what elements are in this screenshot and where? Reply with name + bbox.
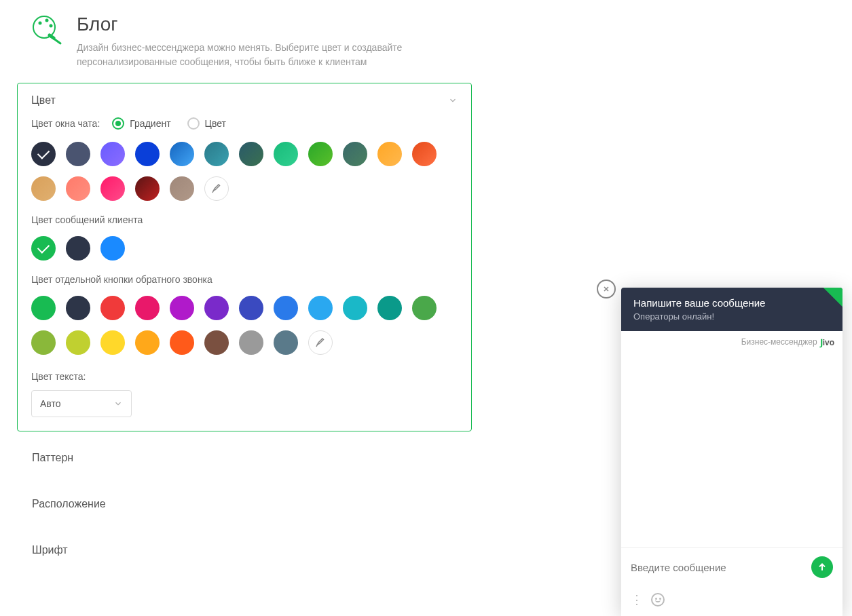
emoji-icon[interactable]: [651, 593, 665, 607]
gradient-swatch[interactable]: [204, 142, 229, 166]
gradient-swatch[interactable]: [100, 176, 125, 201]
callback-color-swatches: [31, 296, 458, 355]
section-color-header[interactable]: Цвет: [18, 83, 471, 117]
chat-brand[interactable]: Бизнес-мессенджер ivo: [621, 331, 842, 352]
chat-brand-logo: ivo: [820, 335, 834, 348]
chat-brand-prefix: Бизнес-мессенджер: [741, 337, 817, 347]
chat-input-row: [621, 547, 842, 586]
section-color-title: Цвет: [31, 94, 56, 107]
header-text: Блог Дизайн бизнес-мессенджера можно мен…: [77, 14, 430, 69]
section-position-header[interactable]: Расположение: [17, 484, 472, 524]
text-color-value: Авто: [40, 398, 61, 409]
svg-point-3: [50, 24, 53, 28]
callback-color-swatch[interactable]: [100, 296, 125, 320]
gradient-swatch[interactable]: [274, 142, 298, 166]
callback-color-swatch[interactable]: [66, 296, 90, 320]
gradient-swatch[interactable]: [31, 142, 56, 166]
gradient-swatch[interactable]: [377, 142, 402, 166]
callback-color-swatch[interactable]: [239, 296, 263, 320]
close-icon: [602, 285, 610, 293]
gradient-picker[interactable]: [204, 176, 229, 201]
section-font: Шрифт: [17, 531, 472, 570]
section-pattern-header[interactable]: Паттерн: [17, 438, 472, 478]
window-color-label: Цвет окна чата:: [31, 118, 100, 129]
section-pattern: Паттерн: [17, 438, 472, 478]
color-mode-radio-group: Градиент Цвет: [112, 117, 226, 130]
gradient-swatch[interactable]: [135, 176, 160, 201]
callback-color-swatch[interactable]: [135, 330, 160, 355]
gradient-swatch[interactable]: [135, 142, 160, 166]
section-font-header[interactable]: Шрифт: [17, 531, 472, 570]
client-color-swatch[interactable]: [66, 236, 90, 261]
callback-color-swatch[interactable]: [170, 330, 194, 355]
callback-color-swatch[interactable]: [135, 296, 160, 320]
callback-color-swatch[interactable]: [31, 296, 56, 320]
callback-color-swatch[interactable]: [31, 330, 56, 355]
chevron-down-icon: [448, 96, 458, 105]
gradient-swatch[interactable]: [343, 142, 367, 166]
gradient-swatch[interactable]: [66, 176, 90, 201]
callback-color-swatch[interactable]: [239, 330, 263, 355]
client-msg-color-label: Цвет сообщений клиента: [31, 214, 458, 225]
chat-send-button[interactable]: [811, 556, 833, 578]
gradient-swatch[interactable]: [239, 142, 263, 166]
radio-color[interactable]: Цвет: [187, 117, 226, 130]
section-pattern-title: Паттерн: [32, 452, 73, 464]
callback-color-swatch[interactable]: [377, 296, 402, 320]
chat-close-button[interactable]: [597, 280, 616, 299]
gradient-swatches: [31, 142, 458, 201]
callback-color-swatch[interactable]: [66, 330, 90, 355]
more-icon[interactable]: ⋮: [631, 594, 643, 606]
text-color-label: Цвет текста:: [31, 371, 458, 382]
gradient-swatch[interactable]: [170, 176, 194, 201]
palette-icon: [31, 14, 63, 46]
svg-point-1: [39, 22, 42, 25]
callback-color-swatch[interactable]: [170, 296, 194, 320]
gradient-swatch[interactable]: [170, 142, 194, 166]
callback-color-swatch[interactable]: [204, 296, 229, 320]
callback-color-swatch[interactable]: [274, 296, 298, 320]
chat-footer-icons: ⋮: [621, 586, 842, 616]
callback-color-swatch[interactable]: [100, 330, 125, 355]
client-color-swatch[interactable]: [100, 236, 125, 261]
gradient-swatch[interactable]: [66, 142, 90, 166]
window-color-row: Цвет окна чата: Градиент Цвет: [31, 117, 458, 130]
chat-title: Напишите ваше сообщение: [633, 297, 830, 309]
chat-widget: Напишите ваше сообщение Операторы онлайн…: [621, 288, 842, 616]
chat-input[interactable]: [631, 562, 811, 573]
callback-color-swatch[interactable]: [343, 296, 367, 320]
svg-point-2: [45, 19, 49, 22]
callback-color-picker[interactable]: [308, 330, 333, 355]
radio-gradient[interactable]: Градиент: [112, 117, 170, 130]
callback-color-swatch[interactable]: [412, 296, 437, 320]
text-color-select[interactable]: Авто: [31, 390, 132, 417]
chat-body: [621, 352, 842, 547]
radio-indicator-icon: [112, 117, 124, 130]
section-color-body: Цвет окна чата: Градиент Цвет Цвет сообщ…: [18, 117, 471, 431]
page-header: Блог Дизайн бизнес-мессенджера можно мен…: [17, 14, 472, 69]
callback-color-swatch[interactable]: [204, 330, 229, 355]
radio-color-label: Цвет: [205, 118, 226, 129]
client-color-swatch[interactable]: [31, 236, 56, 261]
section-position: Расположение: [17, 484, 472, 524]
radio-indicator-icon: [187, 117, 200, 130]
chat-header: Напишите ваше сообщение Операторы онлайн…: [621, 288, 842, 331]
gradient-swatch[interactable]: [31, 176, 56, 201]
callback-color-label: Цвет отдельной кнопки обратного звонка: [31, 274, 458, 285]
settings-pane: Блог Дизайн бизнес-мессенджера можно мен…: [0, 0, 489, 616]
gradient-swatch[interactable]: [308, 142, 333, 166]
chevron-down-icon: [113, 399, 123, 408]
arrow-up-icon: [817, 562, 828, 573]
chat-subtitle: Операторы онлайн!: [633, 311, 830, 322]
client-color-swatches: [31, 236, 458, 261]
section-position-title: Расположение: [32, 498, 106, 510]
radio-gradient-label: Градиент: [130, 118, 170, 129]
section-font-title: Шрифт: [32, 544, 68, 556]
section-color: Цвет Цвет окна чата: Градиент Цвет: [17, 83, 472, 431]
gradient-swatch[interactable]: [100, 142, 125, 166]
gradient-swatch[interactable]: [412, 142, 437, 166]
page-title: Блог: [77, 14, 430, 35]
callback-color-swatch[interactable]: [274, 330, 298, 355]
page-description: Дизайн бизнес-мессенджера можно менять. …: [77, 41, 430, 69]
callback-color-swatch[interactable]: [308, 296, 333, 320]
